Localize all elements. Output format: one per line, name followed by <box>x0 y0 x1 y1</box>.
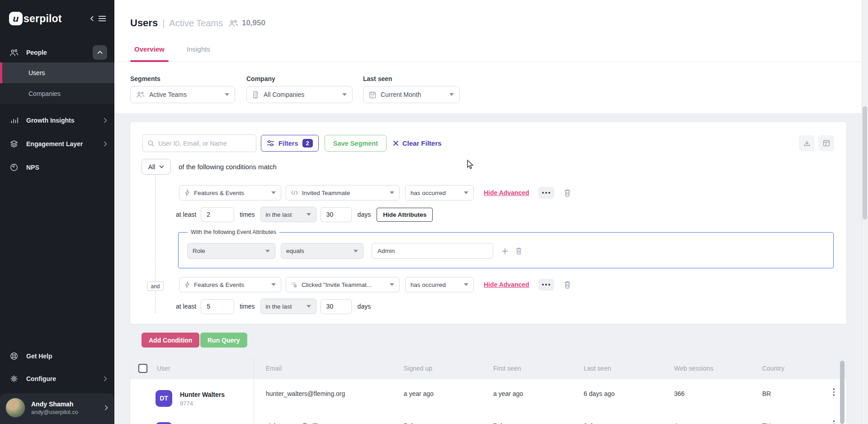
page-scrollbar[interactable] <box>862 0 868 424</box>
match-mode-text: of the following conditions match <box>179 163 277 171</box>
user-name: Hunter Walters <box>180 391 225 398</box>
event-attributes-box: With the following Event Attributes Role… <box>178 232 834 268</box>
layers-icon <box>9 140 19 148</box>
sidebar-item-growth-insights[interactable]: Growth Insights <box>0 110 114 130</box>
column-header-signed-up[interactable]: Signed up <box>404 365 493 372</box>
userpilot-logo[interactable]: u serpilot <box>9 12 62 25</box>
run-query-button[interactable]: Run Query <box>200 333 247 348</box>
condition-type-select[interactable]: Features & Events <box>179 277 281 292</box>
hide-attributes-button[interactable]: Hide Attributes <box>377 208 433 222</box>
caret-down-icon <box>390 191 394 194</box>
column-header-email[interactable]: Email <box>254 365 404 372</box>
attribute-field-value: Role <box>193 248 205 254</box>
hide-advanced-link[interactable]: Hide Advanced <box>484 281 529 288</box>
time-window-value: in the last <box>266 303 292 310</box>
user-email: hunter_walters@fleming.org <box>254 379 404 397</box>
user-web-sessions: 366 <box>674 379 762 397</box>
column-header-web-sessions[interactable]: Web sessions <box>674 365 762 372</box>
export-button[interactable] <box>799 135 815 151</box>
condition-type-select[interactable]: Features & Events <box>179 185 281 200</box>
days-input[interactable] <box>321 207 352 222</box>
condition-event-select[interactable]: Invited Teammate <box>286 185 400 200</box>
user-first-seen: a year ago <box>493 379 584 397</box>
sidebar-item-nps[interactable]: NPS <box>0 157 114 177</box>
caret-down-icon <box>271 283 276 286</box>
time-window-select[interactable]: in the last <box>260 207 316 222</box>
userpilot-logo-icon: u <box>9 12 23 25</box>
page-title: Users <box>130 17 158 29</box>
chevron-left-icon <box>90 15 95 22</box>
bar-chart-icon <box>9 117 19 124</box>
user-id: 9774 <box>180 400 225 407</box>
column-header-country[interactable]: Country <box>762 365 821 372</box>
gauge-icon <box>9 163 19 172</box>
columns-layout-button[interactable] <box>818 135 834 151</box>
search-input[interactable] <box>158 140 251 147</box>
life-ring-icon <box>9 352 19 360</box>
segments-select[interactable]: Active Teams <box>130 86 235 103</box>
trash-icon[interactable] <box>564 189 571 197</box>
last-seen-select[interactable]: Current Month <box>363 86 460 103</box>
hide-advanced-link[interactable]: Hide Advanced <box>484 189 529 196</box>
trash-icon[interactable] <box>564 281 571 289</box>
building-icon <box>252 91 259 99</box>
times-input[interactable] <box>201 207 234 222</box>
column-header-first-seen[interactable]: First seen <box>493 365 584 372</box>
sidebar-item-label: Companies <box>28 90 61 97</box>
sidebar-item-companies[interactable]: Companies <box>0 83 114 104</box>
profile-menu[interactable]: Andy Shamah andy@userpilot.co <box>0 393 114 424</box>
trash-icon[interactable] <box>515 247 522 255</box>
sidebar-item-engagement-layer[interactable]: Engagement Layer <box>0 134 114 154</box>
table-scrollbar-thumb[interactable] <box>840 361 844 424</box>
filters-count-badge: 2 <box>302 139 313 148</box>
tab-overview[interactable]: Overview <box>134 45 165 53</box>
add-attribute-icon[interactable] <box>501 248 509 255</box>
days-input[interactable] <box>321 299 352 314</box>
collapse-people-button[interactable] <box>93 45 107 60</box>
sidebar-item-people[interactable]: People <box>0 43 114 62</box>
condition-more-button[interactable] <box>538 279 554 291</box>
add-condition-button[interactable]: Add Condition <box>142 333 199 348</box>
user-signed-up: 7 days ago <box>404 411 493 424</box>
users-count: 10,950 <box>242 19 265 28</box>
sidebar-item-label: Users <box>28 69 45 76</box>
filters-button[interactable]: Filters 2 <box>261 135 319 152</box>
select-all-checkbox[interactable] <box>138 364 147 373</box>
sidebar-item-configure[interactable]: Configure <box>0 369 114 389</box>
column-header-user[interactable]: User <box>152 357 254 379</box>
tab-insights[interactable]: Insights <box>187 45 210 53</box>
column-header-last-seen[interactable]: Last seen <box>584 365 674 372</box>
table-row[interactable]: AB Violet Payne violet_payne@williams.or… <box>130 411 846 424</box>
company-select[interactable]: All Companies <box>246 86 353 103</box>
table-row[interactable]: DT Hunter Walters 9774 hunter_walters@fl… <box>130 379 846 411</box>
condition-event-select[interactable]: Clicked "Invite Teammat... <box>286 277 400 292</box>
sidebar-collapse-button[interactable] <box>90 15 106 22</box>
time-window-value: in the last <box>266 211 292 218</box>
attribute-field-select[interactable]: Role <box>187 243 275 259</box>
condition-row-1: Features & Events Invited Teammate has o… <box>179 185 571 200</box>
condition-operator-select[interactable]: has occurred <box>405 277 474 292</box>
condition-row-2: Features & Events Clicked "Invite Teamma… <box>179 277 571 292</box>
match-mode-select[interactable]: All <box>142 159 171 175</box>
caret-down-icon <box>307 213 311 216</box>
attribute-value-input[interactable] <box>372 243 493 259</box>
save-segment-button[interactable]: Save Segment <box>325 135 387 152</box>
at-least-label: at least <box>176 211 196 218</box>
profile-email: andy@userpilot.co <box>31 409 78 415</box>
condition-operator-select[interactable]: has occurred <box>405 185 474 200</box>
times-input[interactable] <box>201 299 234 314</box>
page-scrollbar-thumb[interactable] <box>863 106 867 219</box>
condition-more-button[interactable] <box>538 187 554 199</box>
sidebar-item-users[interactable]: Users <box>0 62 114 83</box>
tabs-divider <box>114 62 868 62</box>
attribute-operator-select[interactable]: equals <box>281 243 363 259</box>
user-avatar: DT <box>156 390 172 407</box>
condition-operator-value: has occurred <box>410 281 446 288</box>
caret-down-icon <box>464 283 468 286</box>
clear-filters-button[interactable]: Clear Filters <box>393 139 442 147</box>
userpilot-logo-text: serpilot <box>24 13 62 25</box>
calendar-icon <box>369 91 376 99</box>
time-window-select[interactable]: in the last <box>260 299 316 314</box>
sidebar-item-get-help[interactable]: Get Help <box>0 346 114 366</box>
match-mode-value: All <box>148 163 156 171</box>
